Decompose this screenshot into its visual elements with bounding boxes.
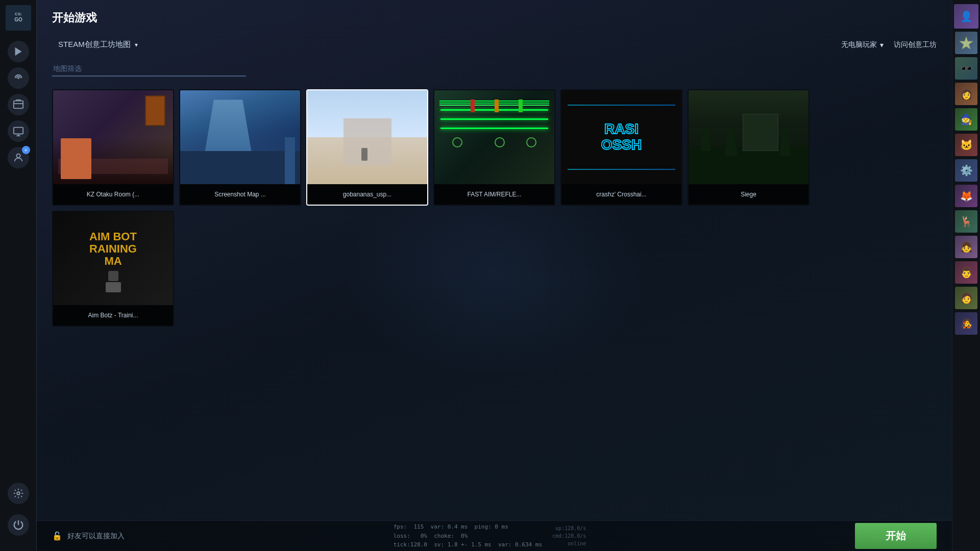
main-content: 开始游戏 STEAM创意工坊地图 ▾ 无电脑玩家 ▾ 访问创意工坊 xyxy=(37,0,952,551)
map-thumb-fast-aim xyxy=(434,90,554,184)
map-label-aimbotz: Aim Botz - Traini... xyxy=(53,305,173,325)
friend-avatar-8[interactable]: 🧑 xyxy=(955,287,977,309)
map-card-siege-inner: Siege xyxy=(689,90,808,205)
bottom-bar: 🔓 好友可以直接加入 fps: 115 var: 0.4 ms ping: 0 … xyxy=(37,520,952,551)
map-label-fast-aim-text: FAST AIM/REFLE... xyxy=(438,191,550,198)
item-icon[interactable]: 🕶️ xyxy=(955,57,977,80)
friend-avatar-6[interactable]: 👧 xyxy=(955,236,977,258)
map-card-fast-aim-inner: FAST AIM/REFLE... xyxy=(434,90,554,205)
lock-icon: 🔓 xyxy=(52,531,62,541)
friend-avatar-bottom[interactable]: 🧑‍🎤 xyxy=(955,312,977,335)
map-thumb-siege xyxy=(689,90,808,184)
map-card-fast-aim[interactable]: FAST AIM/REFLE... xyxy=(433,89,555,206)
left-sidebar: CS: GO + xyxy=(0,0,37,551)
visit-workshop-button[interactable]: 访问创意工坊 xyxy=(894,40,937,49)
map-thumb-gobananas xyxy=(307,90,427,184)
dropdown-right: 无电脑玩家 ▾ 访问创意工坊 xyxy=(841,40,937,49)
map-card-aimbotz-inner: AIM BOTRAINING MA Aim Botz - Traini... xyxy=(53,212,173,326)
map-label-crashz-text: crashz' Crosshai... xyxy=(566,191,677,198)
map-card-gobananas[interactable]: gobananas_usp... xyxy=(306,89,428,206)
map-card-screenshot[interactable]: Screenshot Map ... xyxy=(179,89,301,206)
map-card-siege[interactable]: Siege xyxy=(688,89,810,206)
map-label-fast-aim: FAST AIM/REFLE... xyxy=(434,184,554,205)
map-label-screenshot-text: Screenshot Map ... xyxy=(184,191,296,198)
map-card-screenshot-inner: Screenshot Map ... xyxy=(180,90,300,205)
map-label-gobananas: gobananas_usp... xyxy=(307,184,427,205)
friends-sidebar-button[interactable]: + xyxy=(8,147,29,168)
map-thumb-screenshot xyxy=(180,90,300,184)
dropdown-bar: STEAM创意工坊地图 ▾ 无电脑玩家 ▾ 访问创意工坊 xyxy=(37,36,952,61)
map-card-gobananas-inner: gobananas_usp... xyxy=(307,90,427,205)
start-game-button[interactable]: 开始 xyxy=(855,523,937,549)
map-thumb-crashz: RASIOSSH xyxy=(561,90,681,184)
right-sidebar: 👤 🕶️ 👩 🧙 🐱 ⚙️ 🦊 🦌 👧 👨 🧑 🧑‍🎤 xyxy=(952,0,980,551)
no-bot-dropdown[interactable]: 无电脑玩家 ▾ xyxy=(841,40,884,49)
svg-point-4 xyxy=(17,77,19,79)
friend-access: 🔓 好友可以直接加入 xyxy=(52,531,125,541)
map-card-kz-otaku[interactable]: KZ Otaku Room (... xyxy=(52,89,174,206)
svg-rect-5 xyxy=(13,101,22,109)
friend-avatar-1[interactable]: 👩 xyxy=(955,83,977,105)
search-input-wrapper xyxy=(52,61,246,77)
friend-avatar-3[interactable]: 🐱 xyxy=(955,134,977,156)
csgo-logo[interactable]: CS: GO xyxy=(6,5,31,31)
header: 开始游戏 xyxy=(37,0,952,36)
svg-point-10 xyxy=(16,154,20,158)
performance-stats: fps: 115 var: 0.4 ms ping: 0 ms loss: 0%… xyxy=(394,522,542,549)
broadcast-sidebar-button[interactable] xyxy=(8,67,29,89)
map-label-siege-text: Siege xyxy=(693,191,804,198)
map-label-aimbotz-text: Aim Botz - Traini... xyxy=(57,312,169,319)
map-label-kz-otaku: KZ Otaku Room (... xyxy=(53,184,173,205)
svg-marker-12 xyxy=(960,37,973,49)
inventory-sidebar-button[interactable] xyxy=(8,94,29,115)
no-bot-label: 无电脑玩家 xyxy=(841,40,877,49)
aimbotz-text-art: AIM BOTRAINING MA xyxy=(83,231,143,268)
play-sidebar-button[interactable] xyxy=(8,41,29,62)
friend-avatar-5[interactable]: 🦌 xyxy=(955,210,977,233)
map-thumb-kz-otaku xyxy=(53,90,173,184)
map-source-label: STEAM创意工坊地图 xyxy=(58,40,131,49)
map-card-crashz-inner: RASIOSSH crashz' Crosshai... xyxy=(561,90,681,205)
rank-icon[interactable] xyxy=(955,32,977,54)
no-bot-arrow: ▾ xyxy=(880,41,884,49)
profile-avatar-top[interactable]: 👤 xyxy=(954,4,978,29)
map-label-screenshot: Screenshot Map ... xyxy=(180,184,300,205)
map-card-aimbotz[interactable]: AIM BOTRAINING MA Aim Botz - Traini... xyxy=(52,211,174,327)
search-bar xyxy=(37,61,952,84)
map-label-kz-otaku-text: KZ Otaku Room (... xyxy=(57,191,169,198)
map-source-dropdown[interactable]: STEAM创意工坊地图 ▾ xyxy=(52,36,144,54)
map-label-gobananas-text: gobananas_usp... xyxy=(311,191,423,198)
map-label-siege: Siege xyxy=(689,184,808,205)
settings-sidebar-button[interactable] xyxy=(8,483,29,504)
map-card-kz-otaku-inner: KZ Otaku Room (... xyxy=(53,90,173,205)
svg-text:CS:: CS: xyxy=(15,12,22,16)
watch-sidebar-button[interactable] xyxy=(8,120,29,142)
svg-point-11 xyxy=(17,492,20,495)
friend-access-label: 好友可以直接加入 xyxy=(67,532,125,541)
friend-avatar-2[interactable]: 🧙 xyxy=(955,108,977,131)
search-input[interactable] xyxy=(52,61,246,77)
friend-avatar-4[interactable]: 🦊 xyxy=(955,185,977,207)
power-sidebar-button[interactable] xyxy=(8,514,29,536)
page-title: 开始游戏 xyxy=(52,10,97,26)
svg-marker-3 xyxy=(15,47,21,56)
map-card-crashz[interactable]: RASIOSSH crashz' Crosshai... xyxy=(560,89,682,206)
svg-text:GO: GO xyxy=(14,17,22,22)
connection-info: up:128.0/s cmd:128.0/s online xyxy=(552,524,586,547)
friends-badge: + xyxy=(22,146,30,154)
friend-avatar-7[interactable]: 👨 xyxy=(955,261,977,284)
map-thumb-aimbotz: AIM BOTRAINING MA xyxy=(53,212,173,306)
svg-rect-7 xyxy=(13,128,22,134)
map-source-arrow: ▾ xyxy=(135,41,138,48)
map-label-crashz: crashz' Crosshai... xyxy=(561,184,681,205)
maps-grid: KZ Otaku Room (... Screenshot Map ... xyxy=(37,84,952,520)
right-sidebar-gear[interactable]: ⚙️ xyxy=(955,159,977,182)
crashz-text-art: RASIOSSH xyxy=(601,121,642,153)
